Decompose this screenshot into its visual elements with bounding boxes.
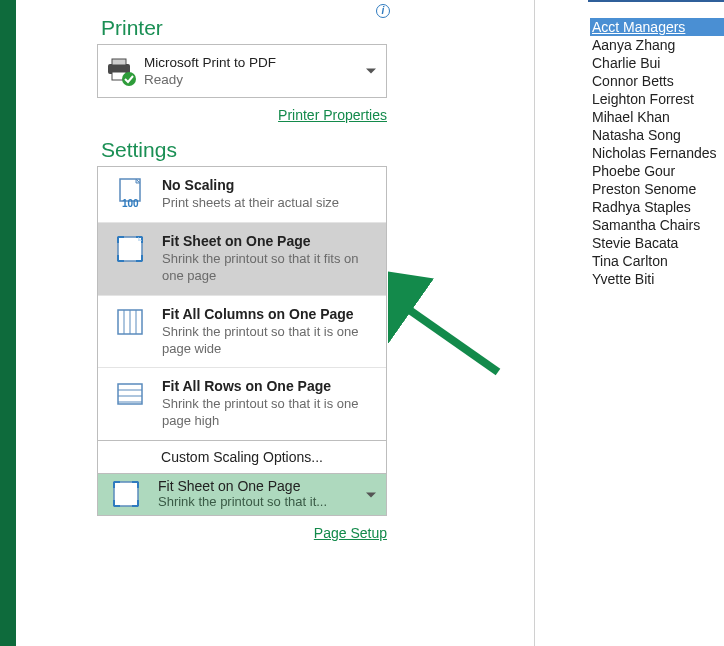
printer-section-title: Printer <box>101 16 387 40</box>
svg-rect-11 <box>118 384 142 404</box>
option-title: Fit Sheet on One Page <box>162 233 376 249</box>
printer-info: Microsoft Print to PDF Ready <box>144 55 276 87</box>
custom-scaling-option[interactable]: Custom Scaling Options... <box>97 441 387 474</box>
selected-desc: Shrink the printout so that it... <box>158 494 380 509</box>
preview-row: Connor Betts <box>590 72 724 90</box>
option-desc: Shrink the printout so that it fits on o… <box>162 251 376 285</box>
svg-rect-1 <box>112 59 126 65</box>
chevron-down-icon <box>366 492 376 497</box>
fit-page-icon <box>108 479 144 509</box>
printer-selector[interactable]: Microsoft Print to PDF Ready <box>97 44 387 98</box>
option-fit-columns[interactable]: Fit All Columns on One Page Shrink the p… <box>98 296 386 369</box>
printer-name: Microsoft Print to PDF <box>144 55 276 70</box>
preview-divider <box>534 0 535 646</box>
print-preview: Acct Managers Aanya ZhangCharlie BuiConn… <box>590 18 724 288</box>
preview-row: Charlie Bui <box>590 54 724 72</box>
annotation-arrow <box>388 262 508 382</box>
svg-line-16 <box>398 302 498 372</box>
preview-row: Radhya Staples <box>590 198 724 216</box>
printer-icon <box>104 54 138 88</box>
preview-row: Phoebe Gour <box>590 162 724 180</box>
svg-point-3 <box>122 72 136 86</box>
fit-page-icon <box>112 233 148 265</box>
preview-header: Acct Managers <box>590 18 724 36</box>
option-desc: Shrink the printout so that it is one pa… <box>162 396 376 430</box>
svg-rect-15 <box>114 482 138 506</box>
option-title: No Scaling <box>162 177 376 193</box>
preview-header-rule <box>588 0 724 2</box>
fit-columns-icon <box>112 306 148 338</box>
option-title: Fit All Rows on One Page <box>162 378 376 394</box>
backstage-rail <box>0 0 16 646</box>
print-panel: Printer Microsoft Print to PDF Ready Pri… <box>97 0 387 542</box>
page-setup-link[interactable]: Page Setup <box>314 525 387 541</box>
preview-row: Nicholas Fernandes <box>590 144 724 162</box>
preview-row: Natasha Song <box>590 126 724 144</box>
preview-row: Stevie Bacata <box>590 234 724 252</box>
preview-row: Aanya Zhang <box>590 36 724 54</box>
sheet-100-icon: 100 <box>112 177 148 209</box>
preview-row: Mihael Khan <box>590 108 724 126</box>
scaling-options-list: 100 No Scaling Print sheets at their act… <box>97 166 387 441</box>
scaling-dropdown[interactable]: Fit Sheet on One Page Shrink the printou… <box>97 474 387 516</box>
printer-status: Ready <box>144 72 276 87</box>
preview-row: Yvette Biti <box>590 270 724 288</box>
preview-row: Samantha Chairs <box>590 216 724 234</box>
option-desc: Print sheets at their actual size <box>162 195 376 212</box>
settings-section-title: Settings <box>101 138 387 162</box>
option-title: Fit All Columns on One Page <box>162 306 376 322</box>
option-no-scaling[interactable]: 100 No Scaling Print sheets at their act… <box>98 167 386 223</box>
preview-row: Leighton Forrest <box>590 90 724 108</box>
preview-row: Tina Carlton <box>590 252 724 270</box>
option-fit-rows[interactable]: Fit All Rows on One Page Shrink the prin… <box>98 368 386 441</box>
printer-properties-link[interactable]: Printer Properties <box>278 107 387 123</box>
option-desc: Shrink the printout so that it is one pa… <box>162 324 376 358</box>
svg-text:100: 100 <box>122 198 139 209</box>
chevron-down-icon <box>366 69 376 74</box>
fit-rows-icon <box>112 378 148 410</box>
option-fit-sheet[interactable]: Fit Sheet on One Page Shrink the printou… <box>98 223 386 296</box>
selected-title: Fit Sheet on One Page <box>158 478 380 494</box>
preview-row: Preston Senome <box>590 180 724 198</box>
